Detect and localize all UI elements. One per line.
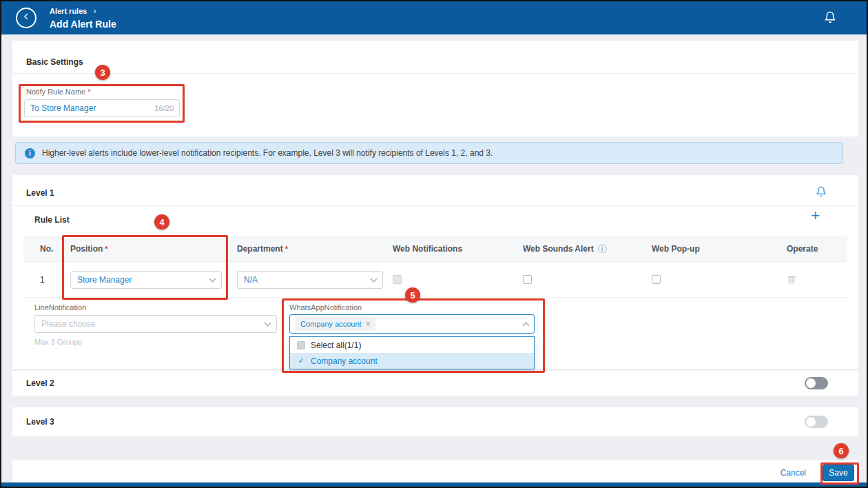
notification-bell-icon[interactable] — [824, 11, 836, 26]
line-notification-placeholder: Please choose — [41, 319, 96, 329]
row-web-sounds-cell — [523, 275, 652, 284]
rule-name-label: Notify Rule Name* — [26, 88, 90, 96]
selected-tag: Company account × — [296, 317, 375, 331]
delete-row-button[interactable] — [787, 274, 796, 285]
rule-list-title: Rule List — [34, 215, 70, 225]
col-header-web-notifications: Web Notifications — [393, 244, 523, 254]
add-rule-button[interactable]: + — [811, 208, 820, 223]
select-all-checkbox[interactable] — [297, 341, 305, 349]
breadcrumb-chevron-icon: › — [93, 6, 96, 16]
selected-tag-label: Company account — [300, 320, 362, 328]
row-web-notifications-cell — [393, 275, 523, 284]
bottom-bar — [1, 482, 867, 487]
alarm-bell-icon[interactable] — [816, 186, 827, 200]
col-header-no: No. — [23, 244, 70, 254]
table-row: 1 Store Manager N/A — [23, 262, 847, 298]
chevron-down-icon — [265, 320, 271, 327]
rule-name-input[interactable]: To Store Manager 16/20 — [24, 99, 180, 117]
info-circle-icon: i — [598, 244, 607, 253]
col-header-department: Department* — [237, 244, 393, 254]
footer-bar: Cancel Save — [12, 460, 858, 485]
level3-toggle[interactable] — [805, 416, 828, 428]
position-value: Store Manager — [77, 275, 132, 285]
toggle-knob — [806, 417, 816, 427]
web-popup-checkbox[interactable] — [652, 275, 661, 284]
trash-icon — [787, 274, 796, 285]
info-banner: i Higher-level alerts include lower-leve… — [15, 142, 843, 164]
row-operate-cell — [787, 274, 847, 285]
annotation-badge-6: 6 — [834, 443, 849, 458]
required-asterisk: * — [105, 245, 107, 253]
add-alert-rule-screen: Alert rules › Add Alert Rule Basic Setti… — [0, 0, 868, 488]
breadcrumb-label: Alert rules — [50, 7, 87, 15]
company-account-label: Company account — [311, 356, 378, 366]
select-all-option[interactable]: Select all(1/1) — [290, 337, 534, 353]
level2-section: Level 2 — [12, 371, 858, 396]
col-header-operate: Operate — [787, 244, 847, 254]
department-value: N/A — [244, 275, 258, 285]
line-notification-hint: Max 3 Groups — [34, 338, 82, 346]
tag-remove-icon[interactable]: × — [366, 319, 371, 329]
whatsapp-notification-label: WhatsAppNotification — [289, 303, 362, 312]
section-divider — [12, 73, 858, 74]
save-button[interactable]: Save — [823, 465, 854, 481]
web-sounds-alert-checkbox[interactable] — [523, 275, 532, 284]
col-header-web-sounds-alert: Web Sounds Alerti — [523, 244, 652, 254]
line-notification-select[interactable]: Please choose — [34, 315, 277, 333]
level2-toggle[interactable] — [805, 377, 828, 389]
page-title: Add Alert Rule — [50, 19, 116, 30]
header-titles: Alert rules › Add Alert Rule — [50, 6, 116, 30]
row-no: 1 — [23, 275, 70, 285]
basic-settings-title: Basic Settings — [26, 57, 83, 67]
back-chevron-icon — [21, 12, 31, 24]
check-icon: ✓ — [297, 356, 305, 365]
required-asterisk: * — [285, 245, 288, 253]
basic-settings-section: Basic Settings Notify Rule Name* To Stor… — [12, 41, 858, 136]
level3-section: Level 3 — [12, 407, 858, 436]
top-header: Alert rules › Add Alert Rule — [1, 1, 867, 34]
chevron-up-icon — [523, 322, 530, 329]
whatsapp-multiselect[interactable]: Company account × — [289, 314, 535, 334]
required-asterisk: * — [87, 88, 90, 96]
back-button[interactable] — [16, 8, 37, 28]
line-notification-label: LineNotification — [34, 303, 86, 312]
whatsapp-dropdown: Select all(1/1) ✓ Company account — [289, 336, 535, 369]
level3-title: Level 3 — [26, 417, 54, 427]
select-all-count: (1/1) — [344, 340, 362, 350]
row-department-cell: N/A — [237, 271, 393, 289]
section-divider — [12, 205, 858, 206]
rule-table: No. Position* Department* Web Notificati… — [23, 236, 847, 298]
department-select[interactable]: N/A — [237, 271, 383, 289]
company-account-option[interactable]: ✓ Company account — [290, 353, 534, 369]
col-header-web-popup: Web Pop-up — [652, 244, 787, 254]
level1-title: Level 1 — [26, 188, 54, 198]
row-position-cell: Store Manager — [70, 271, 237, 289]
chevron-down-icon — [209, 275, 216, 282]
row-web-popup-cell — [652, 275, 787, 284]
toggle-knob — [806, 378, 816, 388]
breadcrumb[interactable]: Alert rules › — [50, 6, 116, 16]
info-icon: i — [25, 148, 35, 159]
table-header-row: No. Position* Department* Web Notificati… — [23, 236, 847, 262]
level1-section: Level 1 Rule List + No. Position* Depart… — [12, 175, 858, 369]
plus-icon: + — [811, 207, 820, 224]
rule-name-value: To Store Manager — [30, 103, 96, 113]
position-select[interactable]: Store Manager — [70, 271, 222, 289]
web-notifications-checkbox[interactable] — [393, 275, 402, 284]
info-banner-text: Higher-level alerts include lower-level … — [42, 148, 493, 158]
cancel-button[interactable]: Cancel — [781, 468, 806, 478]
col-header-position: Position* — [70, 244, 237, 254]
chevron-down-icon — [371, 275, 378, 282]
level2-title: Level 2 — [26, 378, 54, 388]
select-all-label: Select all(1/1) — [311, 340, 361, 350]
char-counter: 16/20 — [154, 104, 174, 112]
